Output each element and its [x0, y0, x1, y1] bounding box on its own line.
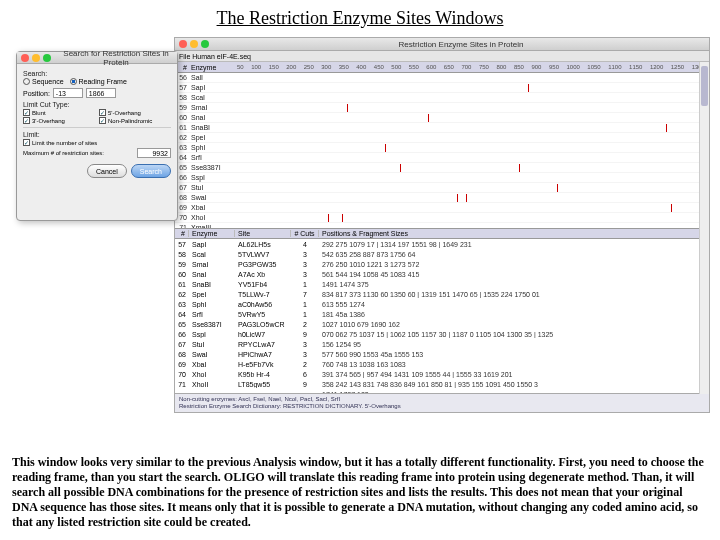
table-row[interactable]: 68SwaIHPiChwA73577 560 990 1553 45a 1555…: [175, 349, 709, 359]
cell-cuts: 1: [291, 301, 319, 308]
search-label: Search:: [23, 70, 171, 77]
max-sites-input[interactable]: [137, 148, 171, 158]
map-row[interactable]: 71XmaIII: [175, 223, 709, 228]
scroll-thumb[interactable]: [701, 66, 708, 106]
map-row[interactable]: 56SalI: [175, 73, 709, 83]
checkbox-icon: ✓: [23, 109, 30, 116]
map-row-track: [233, 93, 709, 102]
zoom-icon[interactable]: [201, 40, 209, 48]
map-row-track: [233, 223, 709, 228]
check-3overhang-label: 3'-Overhang: [32, 118, 65, 124]
cell-positions: 542 635 258 887 873 1756 64: [319, 251, 709, 258]
close-icon[interactable]: [21, 54, 29, 62]
map-row[interactable]: 65Sse8387I: [175, 163, 709, 173]
map-row-enzyme: SnaBI: [189, 124, 233, 131]
zoom-icon[interactable]: [43, 54, 51, 62]
site-tick-icon: [428, 114, 429, 122]
check-5overhang-label: 5'-Overhang: [108, 110, 141, 116]
cancel-button[interactable]: Cancel: [87, 164, 127, 178]
radio-sequence[interactable]: Sequence: [23, 78, 64, 85]
table-row[interactable]: 66SspIh0LicW79070 062 75 1037 15 | 1062 …: [175, 329, 709, 339]
cell-num: 59: [175, 261, 189, 268]
search-window-controls[interactable]: [21, 54, 51, 62]
position-to-input[interactable]: [86, 88, 116, 98]
map-row-track: [233, 213, 709, 222]
map-row[interactable]: 69XbaI: [175, 203, 709, 213]
site-tick-icon: [328, 214, 329, 222]
map-row[interactable]: 57SapI: [175, 83, 709, 93]
cell-site: RPYCLwA7: [235, 341, 291, 348]
position-from-input[interactable]: [53, 88, 83, 98]
cell-site: LT85gw55: [235, 381, 291, 388]
table-row[interactable]: 67StuIRPYCLwA73156 1254 95: [175, 339, 709, 349]
minimize-icon[interactable]: [190, 40, 198, 48]
cell-positions: 834 817 373 1130 60 1350 60 | 1319 151 1…: [319, 291, 709, 298]
main-titlebar: Restriction Enzyme Sites in Protein: [175, 38, 709, 51]
table-row[interactable]: 69XbaIH-e5Fb7Vk2760 748 13 1038 163 1083: [175, 359, 709, 369]
cell-site: 5VRwY5: [235, 311, 291, 318]
cell-num: 61: [175, 281, 189, 288]
map-row[interactable]: 67StuI: [175, 183, 709, 193]
map-row[interactable]: 66SspI: [175, 173, 709, 183]
table-row[interactable]: 60SnaIA7Ac Xb3561 544 194 1058 45 1083 4…: [175, 269, 709, 279]
table-row[interactable]: 64SrfI5VRwY51181 45a 1386: [175, 309, 709, 319]
table-row[interactable]: 62SpeIT5LLWv-77834 817 373 1130 60 1350 …: [175, 289, 709, 299]
th-num[interactable]: #: [175, 230, 189, 237]
map-row[interactable]: 61SnaBI: [175, 123, 709, 133]
map-row-track: [233, 123, 709, 132]
map-row[interactable]: 59SmaI: [175, 103, 709, 113]
th-enzyme[interactable]: Enzyme: [189, 230, 235, 237]
cell-enzyme: StuI: [189, 341, 235, 348]
cell-site: PG3PGW35: [235, 261, 291, 268]
cell-num: 63: [175, 301, 189, 308]
minimize-icon[interactable]: [32, 54, 40, 62]
table-row[interactable]: 61SnaBIYV51Fb411491 1474 375: [175, 279, 709, 289]
table-row[interactable]: 57SapIAL62LH5s4292 275 1079 17 | 1314 19…: [175, 239, 709, 249]
table-row[interactable]: 65Sse8387IPAG3LO5wCR21027 1010 679 1690 …: [175, 319, 709, 329]
table-row[interactable]: 70XhoIK95b Hr-46391 374 565 | 957 494 14…: [175, 369, 709, 379]
footer-line2: Restriction Enzyme Search Dictionary: RE…: [179, 403, 705, 410]
cell-cuts: 3: [291, 341, 319, 348]
check-5overhang[interactable]: ✓5'-Overhang: [99, 109, 171, 116]
cell-positions: 276 250 1010 1221 3 1273 572: [319, 261, 709, 268]
th-site[interactable]: Site: [235, 230, 291, 237]
check-blunt[interactable]: ✓Blunt: [23, 109, 95, 116]
site-tick-icon: [557, 184, 558, 192]
table-row[interactable]: 58ScaI5TVLWV73542 635 258 887 873 1756 6…: [175, 249, 709, 259]
map-row[interactable]: 70XhoI: [175, 213, 709, 223]
cell-enzyme: XbaI: [189, 361, 235, 368]
th-cuts[interactable]: # Cuts: [291, 230, 319, 237]
cell-positions: 1491 1474 375: [319, 281, 709, 288]
site-tick-icon: [466, 194, 467, 202]
table-row[interactable]: 63SphIaC0hAw561613 555 1274: [175, 299, 709, 309]
map-row[interactable]: 63SphI: [175, 143, 709, 153]
cell-enzyme: SpeI: [189, 291, 235, 298]
table-row[interactable]: 71XhoIILT85gw559358 242 143 831 748 836 …: [175, 379, 709, 389]
th-positions[interactable]: Positions & Fragment Sizes: [319, 230, 709, 237]
table-row[interactable]: 59SmaIPG3PGW353276 250 1010 1221 3 1273 …: [175, 259, 709, 269]
cell-num: 64: [175, 311, 189, 318]
vertical-scrollbar[interactable]: [699, 62, 709, 394]
close-icon[interactable]: [179, 40, 187, 48]
map-row-track: [233, 163, 709, 172]
limit-label: Limit:: [23, 131, 171, 138]
checkbox-icon: ✓: [23, 117, 30, 124]
search-panel: Search for Restriction Sites in Protein …: [16, 51, 178, 221]
search-button[interactable]: Search: [131, 164, 171, 178]
window-controls[interactable]: [179, 40, 209, 48]
cell-enzyme: SnaI: [189, 271, 235, 278]
cell-enzyme: SwaI: [189, 351, 235, 358]
check-limit-sites[interactable]: ✓Limit the number of sites: [23, 139, 171, 146]
check-3overhang[interactable]: ✓3'-Overhang: [23, 117, 95, 124]
map-row-enzyme: SalI: [189, 74, 233, 81]
map-row[interactable]: 62SpeI: [175, 133, 709, 143]
checkbox-icon: ✓: [99, 117, 106, 124]
map-row[interactable]: 60SnaI: [175, 113, 709, 123]
radio-reading-frame[interactable]: Reading Frame: [70, 78, 127, 85]
map-row[interactable]: 68SwaI: [175, 193, 709, 203]
cell-site: 5TVLWV7: [235, 251, 291, 258]
cell-cuts: 3: [291, 251, 319, 258]
map-row[interactable]: 58ScaI: [175, 93, 709, 103]
map-row[interactable]: 64SrfI: [175, 153, 709, 163]
check-nonpalin[interactable]: ✓Non-Palindromic: [99, 117, 171, 124]
